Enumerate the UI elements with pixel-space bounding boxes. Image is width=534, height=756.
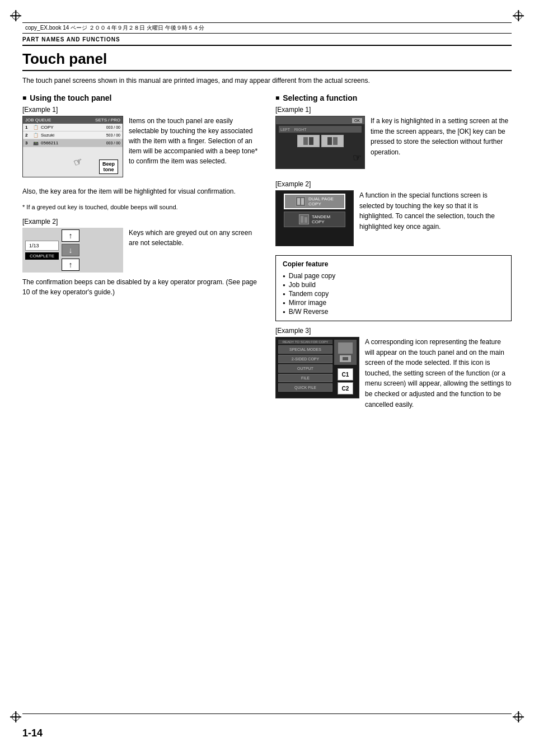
- page-title: Touch panel: [22, 50, 512, 71]
- arrow-down-btn-greyed: ↓: [62, 244, 79, 256]
- select-key-right[interactable]: [321, 135, 344, 147]
- special-modes-btn[interactable]: SPECIAL MODES: [278, 345, 332, 354]
- reg-mark-tl: [10, 10, 21, 21]
- beep-label: Beeptone: [99, 159, 118, 174]
- sided-copy-btn[interactable]: 2-SIDED COPY: [278, 355, 332, 363]
- bottom-divider: [22, 713, 512, 714]
- svg-rect-6: [301, 216, 303, 223]
- finger-cursor-icon: ☞: [72, 155, 85, 170]
- tandem-icon: [299, 214, 309, 224]
- ready-label: READY TO SCAN FOR COPY: [278, 340, 332, 344]
- example2-right-desc: A function in the special functions scre…: [359, 190, 512, 250]
- svg-rect-2: [327, 137, 332, 145]
- right-column: Selecting a function [Example 1] OK LEFT…: [275, 93, 512, 414]
- example2-label-right: [Example 2]: [275, 180, 512, 188]
- reg-mark-bl: [10, 711, 21, 722]
- example3-right-desc: A corresponding icon representing the fe…: [365, 337, 512, 410]
- feature-item-1: Dual page copy: [283, 271, 504, 280]
- screen-select-mockup: OK LEFT RIGHT: [275, 116, 365, 169]
- svg-rect-10: [343, 357, 348, 360]
- using-touch-panel-heading: Using the touch panel: [22, 93, 259, 102]
- svg-rect-5: [301, 198, 304, 205]
- arrow-up-btn[interactable]: ↑: [62, 229, 79, 242]
- example1-footnote: * If a greyed out key is touched, double…: [22, 203, 259, 212]
- quick-file-btn[interactable]: QUICK FILE: [278, 383, 332, 392]
- top-bar: copy_EX.book 14 ページ ２００４年９月２８日 火曜日 午後９時５…: [22, 22, 512, 34]
- feature-item-2: Job build: [283, 280, 504, 289]
- dual-page-icon: [296, 196, 306, 206]
- example2-desc: Keys which are greyed out on any screen …: [129, 228, 259, 273]
- header-section: PART NAMES AND FUNCTIONS: [22, 35, 512, 46]
- example3-label-right: [Example 3]: [275, 327, 512, 335]
- feature-box-title: Copier feature: [283, 260, 504, 268]
- copy-icon-area: [334, 340, 357, 365]
- ok-button[interactable]: OK: [352, 118, 362, 123]
- example1-label-left: [Example 1]: [22, 106, 259, 114]
- file-info: copy_EX.book 14 ページ ２００４年９月２８日 火曜日 午後９時５…: [25, 24, 204, 32]
- select-key-left[interactable]: [297, 135, 320, 147]
- confirmation-text: The confirmation beeps can be disabled b…: [22, 277, 259, 298]
- screen-ex3: READY TO SCAN FOR COPY SPECIAL MODES 2-S…: [275, 337, 359, 398]
- output-btn[interactable]: OUTPUT: [278, 364, 332, 373]
- svg-rect-4: [297, 198, 300, 205]
- svg-rect-0: [303, 137, 308, 145]
- selecting-function-heading: Selecting a function: [275, 93, 512, 102]
- svg-rect-1: [309, 137, 313, 145]
- feature-item-3: Tandem copy: [283, 289, 504, 298]
- c1-label[interactable]: C1: [338, 368, 353, 381]
- page-indicator: 1/13: [25, 241, 59, 251]
- c2-label[interactable]: C2: [338, 382, 353, 395]
- screen-mockup-greyed: 1/13 COMPLETE ↑ ↓ ↑: [22, 228, 123, 273]
- tandem-copy-key[interactable]: TANDEMCOPY: [284, 212, 345, 227]
- svg-rect-8: [338, 342, 353, 354]
- example1-note: Also, the key area for the item will be …: [22, 186, 259, 197]
- intro-text: The touch panel screens shown in this ma…: [22, 76, 512, 86]
- dual-page-copy-key[interactable]: DUAL PAGECOPY: [284, 194, 345, 209]
- reg-mark-br: [513, 711, 524, 722]
- screen-mockup-job-queue: JOB QUEUE SETS / PRO 1 📋 COPY 003 / 00 2…: [22, 116, 123, 177]
- two-column-layout: Using the touch panel [Example 1] JOB QU…: [22, 93, 512, 414]
- job-row-1: 1 📋 COPY 003 / 00: [23, 124, 123, 132]
- example1-right-desc: If a key is highlighted in a setting scr…: [371, 116, 512, 172]
- example2-label-left: [Example 2]: [22, 218, 259, 226]
- arrow-up-btn-2[interactable]: ↑: [62, 259, 79, 271]
- page-number: 1-14: [22, 727, 43, 739]
- file-btn[interactable]: FILE: [278, 374, 332, 382]
- feature-box: Copier feature Dual page copy Job build …: [275, 255, 512, 321]
- job-row-3: 3 📠 0566211 003 / 00: [23, 139, 123, 147]
- svg-rect-7: [305, 217, 307, 223]
- section-label: PART NAMES AND FUNCTIONS: [22, 36, 120, 43]
- content-area: Touch panel The touch panel screens show…: [22, 50, 512, 700]
- feature-list: Dual page copy Job build Tandem copy Mir…: [283, 271, 504, 316]
- job-queue-header: JOB QUEUE SETS / PRO: [23, 116, 123, 124]
- left-column: Using the touch panel [Example 1] JOB QU…: [22, 93, 259, 414]
- page: copy_EX.book 14 ページ ２００４年９月２８日 火曜日 午後９時５…: [0, 0, 534, 756]
- example1-desc: Items on the touch panel are easily sele…: [129, 116, 259, 182]
- finger-right-icon: ☞: [353, 152, 362, 164]
- complete-badge: COMPLETE: [25, 252, 59, 260]
- reg-mark-tr: [513, 10, 524, 21]
- job-row-2: 2 📋 Suzuki 503 / 00: [23, 132, 123, 139]
- feature-item-5: B/W Reverse: [283, 307, 504, 316]
- svg-rect-3: [333, 137, 338, 145]
- screen-dual-copy: DUAL PAGECOPY TANDEMCOPY: [275, 190, 354, 246]
- feature-item-4: Mirror image: [283, 298, 504, 307]
- example1-label-right: [Example 1]: [275, 106, 512, 114]
